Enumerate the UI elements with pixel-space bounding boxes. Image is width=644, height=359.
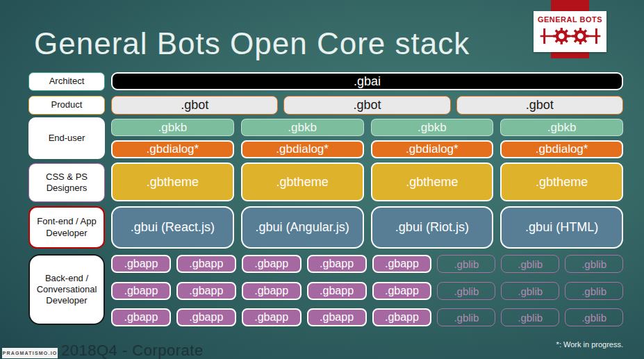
gbapp-box: .gbapp	[307, 282, 367, 300]
pragmatismo-brand-chip: PRAGMATISMO.IO	[2, 348, 58, 358]
gbapp-box: .gbapp	[176, 255, 236, 273]
gblib-box: .gblib	[437, 308, 495, 326]
gbtheme-box: .gbtheme	[371, 162, 494, 201]
gbdialog-box: .gbdialog*	[371, 140, 494, 158]
gbapp-box: .gbapp	[372, 255, 432, 273]
gbkb-box: .gbkb	[111, 119, 234, 136]
logo-wordmark: GENERAL BOTS	[538, 15, 602, 24]
row-gbot: .gbot .gbot .gbot	[111, 96, 623, 115]
role-label-product: Product	[28, 96, 105, 115]
slide-title: General Bots Open Core stack	[34, 26, 520, 61]
gblib-box: .gblib	[501, 308, 559, 326]
row-gbapp-3: .gbapp .gbapp .gbapp .gbapp .gbapp .gbli…	[111, 308, 623, 326]
gbui-angular-box: .gbui (Angular.js)	[241, 206, 364, 249]
role-label-front-end-developer: Font-end / App Developer	[28, 206, 105, 249]
gbdialog-box: .gbdialog*	[111, 140, 234, 158]
gbot-box: .gbot	[283, 96, 450, 115]
gblib-box: .gblib	[501, 255, 559, 273]
gbapp-box: .gbapp	[242, 282, 302, 300]
general-bots-logo: GENERAL BOTS	[534, 11, 606, 52]
gbkb-box: .gbkb	[371, 119, 494, 136]
row-gbapp-1: .gbapp .gbapp .gbapp .gbapp .gbapp .gbli…	[111, 255, 623, 273]
gblib-box: .gblib	[565, 282, 623, 300]
gbtheme-box: .gbtheme	[111, 162, 234, 201]
role-label-back-end-developer: Back-end / Conversational Developer	[28, 254, 105, 325]
role-label-css-ps-designers: CSS & PS Designers	[28, 163, 105, 202]
gblib-box: .gblib	[565, 308, 623, 326]
gbapp-box: .gbapp	[111, 282, 171, 300]
gbui-html-box: .gbui (HTML)	[500, 206, 623, 249]
gbui-react-box: .gbui (React.js)	[111, 206, 234, 249]
gbai-box: .gbai	[111, 72, 623, 90]
gbot-box: .gbot	[456, 96, 623, 115]
gbkb-box: .gbkb	[241, 119, 364, 136]
gbdialog-box: .gbdialog*	[241, 140, 364, 158]
row-gbui: .gbui (React.js) .gbui (Angular.js) .gbu…	[111, 206, 623, 249]
gears-icon	[537, 24, 604, 48]
gbapp-box: .gbapp	[111, 255, 171, 273]
gbapp-box: .gbapp	[307, 255, 367, 273]
gbapp-box: .gbapp	[111, 308, 171, 326]
gbapp-box: .gbapp	[242, 308, 302, 326]
role-label-end-user: End-user	[28, 117, 105, 159]
gbapp-box: .gbapp	[372, 282, 432, 300]
gbapp-box: .gbapp	[307, 308, 367, 326]
gbdialog-box: .gbdialog*	[500, 140, 623, 158]
row-gbai: .gbai	[111, 72, 623, 90]
gbapp-box: .gbapp	[176, 282, 236, 300]
work-in-progress-footnote: *: Work in progress.	[556, 340, 623, 349]
gblib-box: .gblib	[437, 282, 495, 300]
gbtheme-box: .gbtheme	[241, 162, 364, 201]
gbapp-box: .gbapp	[242, 255, 302, 273]
row-gbtheme: .gbtheme .gbtheme .gbtheme .gbtheme	[111, 162, 623, 201]
row-gbapp-2: .gbapp .gbapp .gbapp .gbapp .gbapp .gbli…	[111, 282, 623, 300]
row-gbkb: .gbkb .gbkb .gbkb .gbkb	[111, 119, 623, 136]
gbapp-box: .gbapp	[372, 308, 432, 326]
footer-date-text: 2018Q4 - Corporate	[61, 342, 204, 359]
gbkb-box: .gbkb	[500, 119, 623, 136]
gblib-box: .gblib	[501, 282, 559, 300]
gblib-box: .gblib	[437, 255, 495, 273]
role-label-architect: Architect	[28, 72, 105, 91]
row-gbdialog: .gbdialog* .gbdialog* .gbdialog* .gbdial…	[111, 140, 623, 158]
gbot-box: .gbot	[111, 96, 278, 115]
gbapp-box: .gbapp	[176, 308, 236, 326]
gbui-riot-box: .gbui (Riot.js)	[371, 206, 494, 249]
gbtheme-box: .gbtheme	[500, 162, 623, 201]
gblib-box: .gblib	[565, 255, 623, 273]
